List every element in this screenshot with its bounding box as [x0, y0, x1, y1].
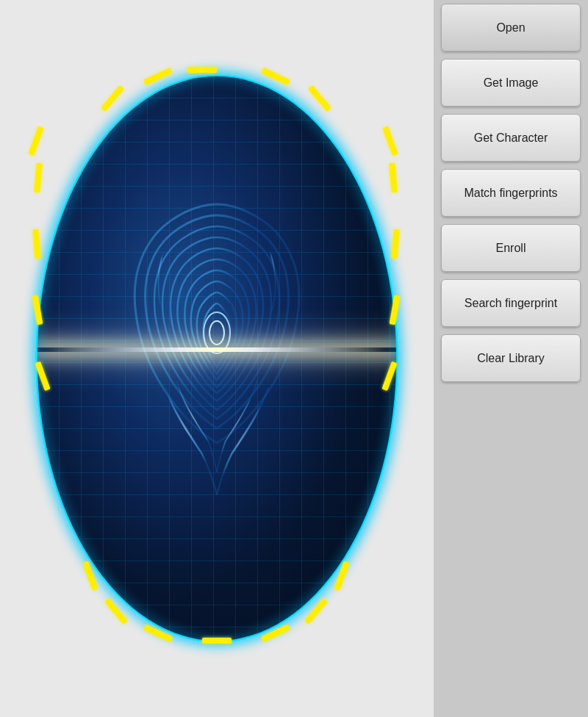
cyan-border	[35, 74, 398, 643]
get-image-button[interactable]: Get Image	[441, 59, 581, 107]
sidebar: Open Get Image Get Character Match finge…	[434, 0, 588, 717]
match-fingerprints-button[interactable]: Match fingerprints	[441, 169, 581, 217]
open-button[interactable]: Open	[441, 4, 581, 51]
fingerprint-panel	[0, 0, 434, 717]
enroll-button[interactable]: Enroll	[441, 224, 581, 272]
fingerprint-canvas	[11, 39, 423, 678]
get-character-button[interactable]: Get Character	[441, 114, 581, 162]
dash-bottom-1	[202, 638, 232, 644]
search-fingerprint-button[interactable]: Search fingerprint	[441, 279, 581, 327]
dash-top-1	[187, 67, 217, 73]
fingerprint-oval	[26, 65, 408, 652]
clear-library-button[interactable]: Clear Library	[441, 334, 581, 382]
